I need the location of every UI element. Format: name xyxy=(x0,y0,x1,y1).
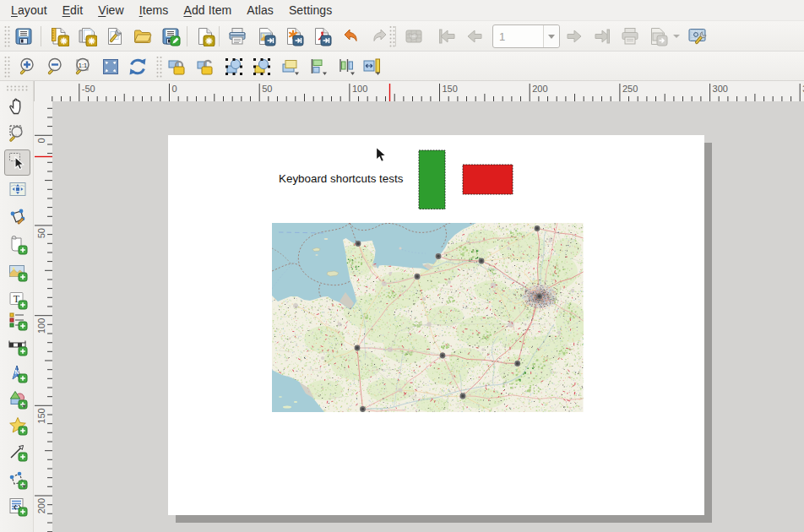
svg-text:0: 0 xyxy=(172,84,177,94)
svg-text:50: 50 xyxy=(262,84,272,94)
svg-text:300: 300 xyxy=(713,84,728,94)
svg-text:200: 200 xyxy=(36,498,46,513)
svg-text:150: 150 xyxy=(443,84,458,94)
svg-text:200: 200 xyxy=(532,84,547,94)
svg-text:0: 0 xyxy=(36,138,46,143)
svg-text:N: N xyxy=(14,369,19,375)
svg-text:100: 100 xyxy=(352,84,367,94)
svg-text:1:1: 1:1 xyxy=(79,62,87,69)
svg-text:100: 100 xyxy=(36,318,46,334)
svg-text:-50: -50 xyxy=(82,84,95,94)
svg-text:50: 50 xyxy=(36,228,46,238)
svg-text:150: 150 xyxy=(36,408,46,423)
svg-text:250: 250 xyxy=(622,84,638,94)
